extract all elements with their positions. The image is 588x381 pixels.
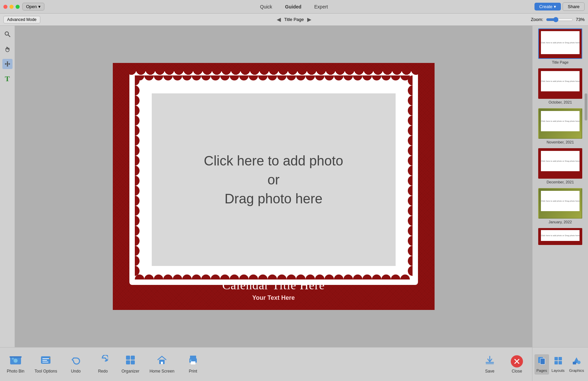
calendar-title[interactable]: Calendar Title Here [113, 278, 435, 292]
svg-point-100 [408, 256, 413, 266]
svg-rect-123 [540, 358, 545, 364]
undo-tool[interactable]: Undo [67, 355, 84, 374]
svg-rect-128 [573, 362, 576, 364]
hand-tool-button[interactable] [2, 44, 13, 54]
pages-tab[interactable]: Pages [534, 354, 549, 375]
bottom-toolbar: Photo Bin Tool Options [0, 347, 532, 381]
graphics-tab-label: Graphics [569, 368, 584, 373]
save-tool[interactable]: Save [481, 355, 498, 374]
photo-bin-tool[interactable]: Photo Bin [7, 355, 24, 374]
page-thumb-img-december[interactable]: Click here to add photo or Drag photo he… [538, 148, 582, 179]
text-tool-button[interactable]: T [2, 74, 13, 84]
redo-tool[interactable]: Redo [94, 355, 111, 374]
svg-point-66 [135, 115, 140, 126]
page-thumb-img-october[interactable]: Click here to add photo or Drag photo he… [538, 68, 582, 99]
photo-bin-icon [9, 355, 22, 367]
page-thumb-label-title: Title Page [552, 60, 568, 64]
svg-point-77 [135, 226, 140, 236]
svg-point-72 [135, 176, 140, 186]
svg-point-11 [201, 75, 211, 81]
svg-point-5 [144, 75, 154, 81]
svg-point-95 [408, 206, 413, 216]
svg-point-7 [163, 75, 173, 81]
svg-point-30 [381, 75, 391, 81]
tab-expert[interactable]: Expert [313, 3, 329, 10]
close-icon [511, 355, 523, 367]
share-button[interactable]: Share [563, 2, 585, 11]
svg-point-23 [315, 75, 324, 81]
move-tool-button[interactable] [2, 59, 13, 69]
page-name: Title Page [284, 17, 304, 22]
page-thumb-label-october: October, 2021 [548, 100, 572, 104]
zoom-value: 73% [576, 17, 585, 22]
advanced-mode-button[interactable]: Advanced Mode [3, 16, 40, 23]
page-thumb-img-november[interactable]: Click here to add photo or Drag photo he… [538, 108, 582, 139]
svg-point-96 [408, 216, 413, 226]
minimize-traffic-light[interactable] [9, 5, 14, 9]
photo-placeholder[interactable]: Click here to add photo or Drag photo he… [152, 93, 396, 266]
svg-rect-110 [126, 356, 130, 360]
tab-guided[interactable]: Guided [284, 3, 303, 10]
layouts-tab[interactable]: Layouts [549, 354, 567, 375]
page-thumb-title[interactable]: Click here to add photo or Drag photo he… [535, 28, 585, 64]
page-thumb-img-january[interactable]: Click here to add photo or Drag photo he… [538, 188, 582, 219]
print-tool[interactable]: Print [185, 355, 202, 374]
zoom-area: Zoom: 73% [531, 17, 585, 22]
zoom-slider[interactable] [546, 17, 573, 22]
panel-scrollbar[interactable] [585, 93, 587, 120]
page-thumb-inner-january: Click here to add photo or Drag photo he… [541, 191, 580, 211]
svg-point-104 [14, 359, 18, 363]
organizer-label: Organizer [122, 369, 140, 374]
page-thumb-img-title[interactable]: Click here to add photo or Drag photo he… [538, 28, 582, 59]
maximize-traffic-light[interactable] [16, 5, 20, 9]
page-thumb-january[interactable]: Click here to add photo or Drag photo he… [535, 188, 585, 224]
calendar-subtitle[interactable]: Your Text Here [113, 294, 435, 301]
home-screen-label: Home Screen [149, 369, 174, 374]
svg-point-29 [372, 75, 381, 81]
prev-page-button[interactable]: ◀ [277, 16, 281, 23]
svg-point-6 [154, 75, 163, 81]
page-thumb-placeholder-january: Click here to add photo or Drag photo he… [541, 200, 580, 202]
redo-icon [98, 355, 108, 367]
svg-rect-108 [42, 360, 47, 361]
svg-point-90 [408, 156, 413, 166]
layouts-tab-icon [554, 356, 563, 367]
svg-point-73 [135, 186, 140, 196]
calendar-page[interactable]: Click here to add photo or Drag photo he… [113, 63, 435, 310]
page-thumb-extra[interactable]: Click here to add photo or Drag photo he… [535, 228, 585, 245]
title-bar: Open ▾ Quick Guided Expert Create ▾ Shar… [0, 0, 588, 14]
graphics-tab[interactable]: Graphics [567, 354, 586, 375]
svg-point-10 [192, 75, 201, 81]
page-thumb-december[interactable]: Click here to add photo or Drag photo he… [535, 148, 585, 184]
organizer-tool[interactable]: Organizer [122, 355, 140, 374]
svg-rect-118 [191, 361, 195, 364]
svg-point-13 [220, 75, 230, 81]
svg-point-91 [408, 166, 413, 176]
undo-icon [71, 355, 81, 367]
page-thumb-november[interactable]: Click here to add photo or Drag photo he… [535, 108, 585, 144]
tool-options-label: Tool Options [35, 369, 57, 374]
create-button[interactable]: Create ▾ [534, 3, 561, 10]
page-thumb-inner-title: Click here to add photo or Drag photo he… [541, 31, 580, 54]
next-page-button[interactable]: ▶ [307, 16, 311, 23]
page-thumb-inner-november: Click here to add photo or Drag photo he… [541, 111, 580, 131]
graphics-tab-icon [572, 356, 581, 367]
tab-quick[interactable]: Quick [259, 3, 274, 10]
close-traffic-light[interactable] [3, 5, 7, 9]
open-button[interactable]: Open ▾ [22, 3, 44, 10]
canvas-area[interactable]: Click here to add photo or Drag photo he… [15, 26, 532, 347]
svg-point-14 [230, 75, 239, 81]
home-screen-tool[interactable]: Home Screen [149, 355, 174, 374]
traffic-lights [3, 5, 20, 9]
svg-rect-103 [9, 356, 22, 358]
search-tool-button[interactable] [2, 29, 13, 39]
close-tool[interactable]: Close [508, 355, 525, 374]
page-thumb-placeholder-november: Click here to add photo or Drag photo he… [541, 120, 580, 122]
svg-rect-112 [126, 360, 130, 364]
page-thumb-october[interactable]: Click here to add photo or Drag photo he… [535, 68, 585, 104]
tool-options-tool[interactable]: Tool Options [35, 355, 57, 374]
page-thumb-img-extra[interactable]: Click here to add photo or Drag photo he… [538, 228, 582, 245]
page-thumb-inner-december: Click here to add photo or Drag photo he… [541, 151, 580, 171]
pages-tab-icon [537, 356, 546, 367]
zoom-label: Zoom: [531, 17, 543, 22]
